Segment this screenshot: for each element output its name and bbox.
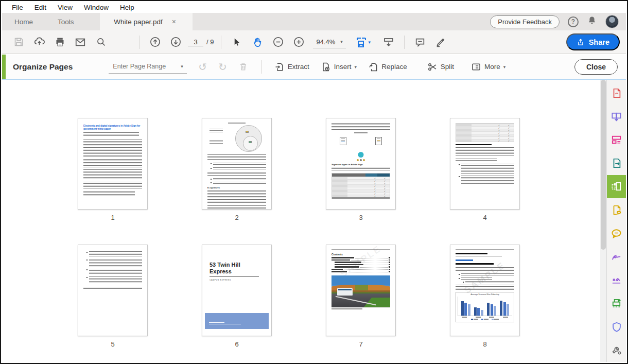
page-number-label: 1 bbox=[65, 214, 160, 221]
undo-button[interactable]: ↺ bbox=[198, 62, 207, 72]
page-thumbnail-8[interactable]: SAMPLE Average Seasonal Bus Ridership bbox=[438, 245, 532, 348]
rail-tool-combine-files[interactable] bbox=[607, 105, 626, 128]
tab-document[interactable]: White paper.pdf × bbox=[100, 13, 193, 30]
save-icon[interactable] bbox=[10, 33, 27, 51]
hand-tool-icon[interactable] bbox=[249, 33, 266, 51]
bar bbox=[503, 302, 506, 316]
bell-icon[interactable] bbox=[587, 15, 597, 28]
rail-tool-edit-pdf[interactable] bbox=[607, 128, 626, 151]
acrobat-window: File Edit View Window Help Home Tools Wh… bbox=[0, 0, 628, 364]
page-thumbnail-7[interactable]: SAMPLE Contents 7 bbox=[313, 245, 408, 348]
highlighter-icon[interactable] bbox=[432, 33, 449, 51]
zoom-level-dropdown[interactable]: 94.4% ▾ bbox=[313, 36, 345, 48]
zoom-out-icon[interactable] bbox=[269, 33, 287, 51]
select-tool-icon[interactable] bbox=[228, 33, 246, 51]
page-thumbnail-2[interactable]: E-signatures 2 bbox=[189, 118, 284, 221]
zoom-in-icon[interactable] bbox=[290, 33, 307, 51]
redo-button[interactable]: ↻ bbox=[218, 62, 227, 72]
page-4-preview[interactable] bbox=[450, 118, 520, 210]
tab-document-label: White paper.pdf bbox=[114, 18, 163, 26]
page-6-preview[interactable]: 53 Twin Hill Express CAMPUS EXPRESS bbox=[202, 245, 272, 336]
organize-pages-title: Organize Pages bbox=[13, 62, 73, 72]
page-7-heading: Contents bbox=[332, 253, 390, 256]
rail-tool-export-pdf[interactable] bbox=[607, 151, 626, 175]
print-icon[interactable] bbox=[51, 33, 68, 51]
toolbar-separator bbox=[404, 36, 405, 49]
page-range-dropdown[interactable]: ▾ bbox=[109, 60, 187, 74]
page-7-preview[interactable]: SAMPLE Contents bbox=[326, 245, 396, 336]
provide-feedback-button[interactable]: Provide Feedback bbox=[490, 15, 560, 28]
page-8-preview[interactable]: SAMPLE Average Seasonal Bus Ridership bbox=[450, 245, 520, 336]
more-button[interactable]: More ▾ bbox=[471, 62, 505, 72]
avatar[interactable] bbox=[605, 15, 619, 28]
page-2-venn-diagram bbox=[202, 123, 271, 152]
search-icon[interactable] bbox=[92, 33, 110, 51]
close-organize-button[interactable]: Close bbox=[574, 59, 618, 75]
page-6-title: 53 Twin Hill Express bbox=[210, 262, 259, 277]
page-thumbnails-area: Electronic and digital signatures in Ado… bbox=[2, 80, 600, 362]
rail-tool-fill-and-sign[interactable] bbox=[607, 245, 626, 268]
bar-group-fall bbox=[487, 303, 496, 315]
delete-pages-button[interactable] bbox=[238, 62, 248, 72]
menu-view[interactable]: View bbox=[52, 2, 78, 13]
email-icon[interactable] bbox=[72, 33, 89, 51]
vertical-scrollbar[interactable] bbox=[600, 80, 606, 362]
bar bbox=[507, 304, 509, 316]
rail-tool-organize-pages[interactable] bbox=[607, 175, 626, 198]
menu-window[interactable]: Window bbox=[78, 2, 114, 13]
rail-tool-scan-and-ocr[interactable] bbox=[607, 292, 626, 315]
close-icon[interactable]: × bbox=[170, 17, 178, 26]
tab-tools[interactable]: Tools bbox=[45, 13, 86, 30]
hide-toolbar-icon[interactable] bbox=[380, 33, 397, 51]
menu-file[interactable]: File bbox=[6, 2, 29, 13]
page-3-heading: Signature types in Adobe Sign bbox=[332, 163, 390, 166]
share-button[interactable]: Share bbox=[566, 33, 620, 50]
split-label: Split bbox=[441, 63, 454, 71]
tab-home[interactable]: Home bbox=[2, 13, 45, 30]
replace-button[interactable]: Replace bbox=[368, 62, 407, 72]
page-number-label: 2 bbox=[189, 214, 284, 221]
combine-files-icon bbox=[610, 111, 622, 123]
rail-tool-create-pdf[interactable] bbox=[607, 81, 626, 105]
bar bbox=[464, 303, 467, 315]
menu-edit[interactable]: Edit bbox=[29, 2, 52, 13]
comment-tool-icon[interactable] bbox=[411, 33, 429, 51]
page-range-input[interactable] bbox=[113, 63, 169, 70]
page-thumbnail-4[interactable]: 4 bbox=[438, 118, 532, 221]
next-page-icon[interactable] bbox=[167, 33, 184, 51]
request-signatures-icon bbox=[610, 274, 622, 286]
page-1-preview[interactable]: Electronic and digital signatures in Ado… bbox=[78, 118, 148, 210]
page-6-banner bbox=[205, 313, 269, 329]
bar bbox=[494, 306, 496, 316]
rail-tool-send-for-comments[interactable] bbox=[607, 198, 626, 221]
page-7-photo bbox=[332, 275, 390, 307]
fit-width-icon[interactable]: ▾ bbox=[352, 33, 374, 51]
menu-help[interactable]: Help bbox=[114, 2, 140, 13]
tools-rail bbox=[606, 80, 626, 362]
page-thumbnail-3[interactable]: Signature types in Adobe Sign 3 bbox=[313, 118, 408, 221]
page-5-preview[interactable] bbox=[78, 245, 148, 336]
previous-page-icon[interactable] bbox=[146, 33, 164, 51]
split-icon bbox=[427, 62, 438, 72]
rail-tool-comment[interactable] bbox=[607, 222, 626, 245]
page-2-preview[interactable]: E-signatures bbox=[202, 118, 272, 210]
rail-tool-protect[interactable] bbox=[607, 315, 626, 338]
page-3-preview[interactable]: Signature types in Adobe Sign bbox=[326, 118, 396, 210]
bar-group-summer bbox=[474, 307, 483, 316]
page-thumbnail-1[interactable]: Electronic and digital signatures in Ado… bbox=[65, 118, 160, 221]
rail-tool-request-signatures[interactable] bbox=[607, 268, 626, 291]
help-icon[interactable]: ? bbox=[568, 16, 579, 27]
page-number-input[interactable] bbox=[188, 38, 203, 46]
tab-tools-label: Tools bbox=[58, 18, 74, 26]
bar-group-spring bbox=[461, 301, 470, 316]
insert-button[interactable]: Insert ▾ bbox=[321, 62, 357, 72]
page-thumbnail-6[interactable]: 53 Twin Hill Express CAMPUS EXPRESS 6 bbox=[189, 245, 284, 348]
scrollbar-thumb[interactable] bbox=[601, 80, 606, 250]
page-total-label: / 9 bbox=[206, 38, 214, 46]
replace-icon bbox=[368, 62, 378, 72]
rail-tool-more-tools[interactable] bbox=[607, 339, 626, 362]
upload-cloud-icon[interactable] bbox=[30, 33, 48, 51]
page-thumbnail-5[interactable]: 5 bbox=[65, 245, 160, 348]
extract-button[interactable]: Extract bbox=[274, 62, 309, 72]
split-button[interactable]: Split bbox=[427, 62, 454, 72]
